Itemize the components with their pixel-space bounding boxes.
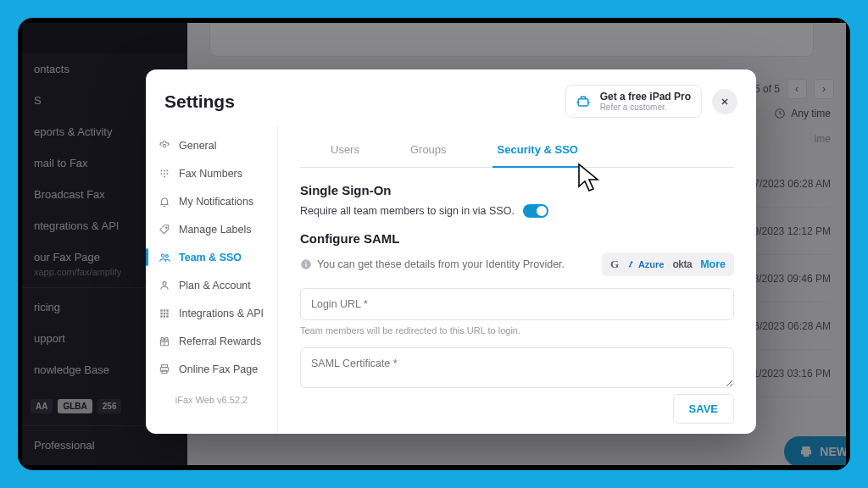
- sidebar-item-label: Online Fax Page: [179, 363, 258, 375]
- azure-label: Azure: [627, 259, 664, 269]
- sidebar-item-integrations[interactable]: Integrations & API: [146, 299, 277, 327]
- sidebar-item-referral[interactable]: Referral Rewards: [146, 327, 277, 355]
- sso-heading: Single Sign-On: [300, 183, 734, 197]
- saml-heading: Configure SAML: [300, 231, 734, 246]
- gift-icon: [158, 335, 170, 347]
- azure-icon: [627, 260, 636, 269]
- sidebar-item-labels[interactable]: Manage Labels: [146, 215, 277, 243]
- svg-point-12: [164, 175, 165, 177]
- sidebar-item-label: Referral Rewards: [179, 336, 261, 347]
- login-url-hint: Team members will be redirected to this …: [300, 325, 734, 336]
- svg-rect-24: [163, 315, 164, 317]
- svg-rect-29: [162, 370, 167, 374]
- sidebar-item-label: Integrations & API: [179, 308, 264, 319]
- svg-rect-18: [163, 309, 164, 311]
- settings-content: Users Groups Security & SSO Single Sign-…: [278, 126, 756, 434]
- svg-point-5: [163, 144, 166, 147]
- ipad-promo-subtitle: Refer a customer.: [600, 103, 691, 112]
- printer-icon: [158, 363, 170, 375]
- sidebar-item-plan-account[interactable]: Plan & Account: [146, 271, 277, 299]
- sidebar-item-fax-numbers[interactable]: Fax Numbers: [146, 159, 277, 187]
- sidebar-item-label: General: [179, 140, 216, 152]
- tag-icon: [158, 223, 170, 236]
- svg-rect-22: [166, 312, 168, 313]
- google-icon: G: [610, 258, 619, 271]
- svg-point-13: [165, 226, 166, 227]
- more-providers-link[interactable]: More: [700, 258, 726, 270]
- svg-point-10: [164, 173, 165, 175]
- grid-icon: [158, 307, 170, 319]
- svg-rect-25: [166, 315, 168, 317]
- sidebar-item-online-fax[interactable]: Online Fax Page: [146, 355, 277, 383]
- saml-cert-input[interactable]: [300, 347, 734, 388]
- saml-info: You can get these details from your Iden…: [300, 258, 565, 270]
- dialpad-icon: [158, 167, 170, 180]
- ipad-promo-title: Get a free iPad Pro: [600, 91, 691, 103]
- save-button[interactable]: SAVE: [673, 394, 734, 424]
- svg-rect-4: [578, 98, 588, 105]
- login-url-input[interactable]: [300, 288, 734, 320]
- svg-rect-17: [160, 309, 162, 311]
- sidebar-item-label: Plan & Account: [179, 280, 251, 291]
- sso-toggle[interactable]: [523, 204, 548, 218]
- close-icon: [720, 97, 730, 107]
- bell-icon: [158, 195, 170, 208]
- sidebar-item-team-sso[interactable]: Team & SSO: [146, 243, 277, 271]
- svg-rect-20: [160, 312, 162, 313]
- svg-point-11: [166, 173, 168, 175]
- people-icon: [158, 251, 170, 263]
- info-icon: [300, 258, 312, 270]
- sidebar-item-label: Manage Labels: [179, 224, 251, 236]
- version-label: iFax Web v6.52.2: [146, 383, 277, 417]
- settings-modal: Settings Get a free iPad Pro Refer a cus…: [146, 69, 756, 434]
- svg-point-7: [164, 169, 165, 171]
- robot-icon: [575, 93, 592, 110]
- svg-rect-31: [305, 263, 306, 267]
- svg-point-16: [162, 281, 165, 285]
- tab-users[interactable]: Users: [326, 135, 364, 167]
- ipad-promo[interactable]: Get a free iPad Pro Refer a customer.: [565, 85, 702, 118]
- svg-point-8: [166, 169, 168, 171]
- svg-rect-23: [160, 315, 162, 317]
- sso-require-label: Require all team members to sign in via …: [300, 205, 515, 217]
- svg-point-6: [160, 169, 162, 171]
- svg-rect-21: [163, 312, 164, 313]
- gear-icon: [158, 139, 170, 152]
- svg-point-14: [161, 253, 164, 257]
- sidebar-item-notifications[interactable]: My Notifications: [146, 187, 277, 215]
- modal-title: Settings: [164, 92, 235, 112]
- user-icon: [158, 279, 170, 291]
- tabs: Users Groups Security & SSO: [300, 135, 734, 168]
- tab-security-sso[interactable]: Security & SSO: [492, 135, 583, 168]
- provider-box: G Azure okta More: [602, 252, 734, 276]
- sidebar-item-general[interactable]: General: [146, 131, 277, 159]
- sidebar-item-label: My Notifications: [179, 196, 253, 208]
- close-button[interactable]: [712, 89, 737, 114]
- svg-rect-19: [166, 309, 168, 311]
- svg-point-15: [165, 254, 168, 257]
- sidebar-item-label: Team & SSO: [179, 252, 242, 263]
- tab-groups[interactable]: Groups: [405, 135, 452, 167]
- settings-sidebar: General Fax Numbers My Notifications Man…: [146, 126, 278, 434]
- svg-point-9: [160, 173, 162, 175]
- sidebar-item-label: Fax Numbers: [179, 168, 242, 180]
- okta-label: okta: [672, 258, 692, 270]
- svg-point-32: [305, 261, 307, 263]
